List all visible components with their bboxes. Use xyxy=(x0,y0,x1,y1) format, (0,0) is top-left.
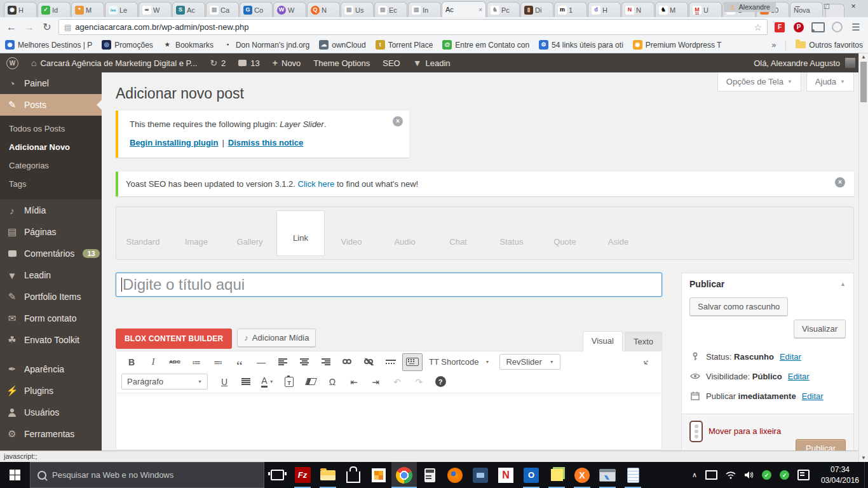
taskbar-app-store[interactable] xyxy=(341,462,366,488)
page-scrollbar[interactable]: ▲ ▼ xyxy=(858,53,868,462)
bookmark-item[interactable]: ★Bookmarks xyxy=(163,40,214,50)
screen-options-button[interactable]: Opções de Tela ▼ xyxy=(717,72,801,92)
align-right-button[interactable] xyxy=(316,353,336,371)
browser-tab[interactable]: ◉H xyxy=(4,2,37,17)
browser-tab[interactable]: ♞M xyxy=(655,2,688,17)
sidebar-item-leadin[interactable]: ▼Leadin xyxy=(0,264,102,286)
tray-sync-ok-2-icon[interactable]: ✓ xyxy=(780,470,789,480)
save-draft-button[interactable]: Salvar como rascunho xyxy=(689,297,788,316)
wp-logo-menu[interactable]: W xyxy=(0,53,25,72)
scroll-up-icon[interactable]: ▲ xyxy=(859,54,868,60)
taskbar-app-remote-desktop[interactable] xyxy=(468,462,493,488)
submenu-item[interactable]: Adicionar Novo xyxy=(0,138,102,156)
publish-panel-header[interactable]: Publicar ▲ xyxy=(682,273,853,295)
help-button[interactable]: Ajuda ▼ xyxy=(806,72,854,92)
taskbar-search[interactable]: Pesquisar na Web e no Windows xyxy=(30,462,264,488)
more-button[interactable] xyxy=(381,353,401,371)
browser-tab[interactable]: WW xyxy=(273,2,306,17)
strikethrough-button[interactable]: ABC xyxy=(165,353,185,371)
close-window-button[interactable]: × xyxy=(844,1,863,11)
taskbar-app-sticky-notes[interactable] xyxy=(544,462,569,488)
undo-button[interactable]: ↶ xyxy=(387,373,407,391)
tray-action-center-icon[interactable] xyxy=(797,470,810,480)
toolbar-toggle-button[interactable] xyxy=(402,353,423,371)
pinterest-extension-icon[interactable]: P xyxy=(792,22,806,32)
browser-tab[interactable]: ▮Di xyxy=(520,2,553,17)
taskbar-app-resource-monitor[interactable] xyxy=(595,462,620,488)
justify-button[interactable] xyxy=(236,373,256,391)
taskbar-clock[interactable]: 07:34 03/04/2016 xyxy=(816,462,864,488)
post-title-input[interactable] xyxy=(116,273,662,297)
browser-tab[interactable]: ♞Pc xyxy=(487,2,520,17)
numbered-list-button[interactable]: ≕ xyxy=(208,353,228,371)
updates-menu[interactable]: ↻ 2 xyxy=(203,53,232,72)
minimize-button[interactable]: – xyxy=(788,1,807,11)
paragraph-dropdown[interactable]: Parágrafo▼ xyxy=(121,374,208,390)
fullscreen-button[interactable]: ↔↕ xyxy=(636,353,656,371)
start-button[interactable] xyxy=(0,462,30,488)
text-color-button[interactable]: A▼ xyxy=(257,373,278,391)
bookmark-item[interactable]: ▪Don Norman's jnd.org xyxy=(223,40,309,50)
dismiss-notice-icon[interactable]: × xyxy=(835,177,845,187)
sidebar-item-envato[interactable]: ☘Envato Toolkit xyxy=(0,329,102,351)
format-tab-link[interactable]: Link xyxy=(276,210,325,256)
address-bar[interactable]: ▤ agenciacarcara.com.br/wp-admin/post-ne… xyxy=(58,19,768,35)
submenu-item[interactable]: Categorias xyxy=(0,156,102,175)
sidebar-item-portfolio[interactable]: ✎Portfolio Items xyxy=(0,286,102,308)
format-tab-image[interactable]: Image xyxy=(170,207,223,259)
collapse-toggle-icon[interactable]: ▲ xyxy=(840,281,846,287)
edit-link[interactable]: Editar xyxy=(780,352,801,362)
comments-menu[interactable]: 13 xyxy=(232,53,266,72)
preview-button[interactable]: Visualizar xyxy=(794,320,846,338)
format-tab-aside[interactable]: Aside xyxy=(592,207,645,259)
browser-tab[interactable]: *M xyxy=(71,2,104,17)
revslider-dropdown[interactable]: RevSlider▼ xyxy=(499,354,560,370)
maximize-button[interactable]: □ xyxy=(817,1,836,11)
new-content-menu[interactable]: + Novo xyxy=(266,53,308,72)
yoast-click-here-link[interactable]: Click here xyxy=(298,179,335,189)
sidebar-item-midia[interactable]: ♪Mídia xyxy=(0,200,102,221)
leadin-menu[interactable]: ▼ Leadin xyxy=(407,53,457,72)
bookmark-item[interactable]: ◉Melhores Destinos | P xyxy=(5,40,92,50)
format-tab-video[interactable]: Video xyxy=(325,207,378,259)
outdent-button[interactable]: ⇤ xyxy=(344,373,364,391)
sidebar-item-painel[interactable]: ◔Painel xyxy=(0,72,102,94)
redo-button[interactable]: ↷ xyxy=(409,373,429,391)
tab-close-icon[interactable]: × xyxy=(478,6,482,13)
unlink-button[interactable] xyxy=(359,353,379,371)
help-button[interactable]: ? xyxy=(430,373,451,391)
bookmark-item[interactable]: ◉Premium Wordpress T xyxy=(633,40,722,50)
tab-visual[interactable]: Visual xyxy=(583,331,623,351)
taskbar-app-outlook[interactable]: O xyxy=(519,462,544,488)
other-favorites-folder[interactable]: Outros favoritos xyxy=(796,41,863,50)
taskbar-app-photos[interactable] xyxy=(366,462,391,488)
link-button[interactable] xyxy=(337,353,358,371)
browser-tab[interactable]: m1 xyxy=(554,2,587,17)
browser-tab[interactable]: NN xyxy=(621,2,654,17)
url-text[interactable]: agenciacarcara.com.br/wp-admin/post-new.… xyxy=(75,22,750,32)
site-menu[interactable]: ⌂ Carcará Agência de Marketing Digital e… xyxy=(25,53,203,72)
underline-button[interactable]: U xyxy=(214,373,234,391)
move-to-trash-link[interactable]: Mover para a lixeira xyxy=(709,426,781,436)
paste-text-button[interactable]: T xyxy=(279,373,299,391)
format-tab-standard[interactable]: Standard xyxy=(116,207,170,259)
scrollbar-thumb[interactable] xyxy=(860,62,867,102)
format-tab-audio[interactable]: Audio xyxy=(378,207,431,259)
bookmark-item[interactable]: ☁ownCloud xyxy=(319,40,365,50)
edit-link[interactable]: Editar xyxy=(788,372,810,381)
bold-button[interactable]: B xyxy=(121,353,142,371)
bookmark-star-icon[interactable]: ☆ xyxy=(754,22,762,32)
browser-tab[interactable]: ✓Id xyxy=(37,2,71,17)
profile-badge[interactable]: ⚠ Alexandre xyxy=(724,2,776,12)
reload-button[interactable]: ↻ xyxy=(41,21,53,33)
blox-content-builder-button[interactable]: BLOX CONTENT BUILDER xyxy=(116,329,232,349)
format-tab-chat[interactable]: Chat xyxy=(431,207,485,259)
clear-format-button[interactable] xyxy=(301,373,321,391)
format-tab-gallery[interactable]: Gallery xyxy=(223,207,276,259)
taskbar-app-filezilla[interactable]: Fz xyxy=(290,462,315,488)
browser-tab[interactable]: QN xyxy=(307,2,340,17)
extension-circle-icon[interactable] xyxy=(830,22,844,32)
seo-menu[interactable]: SEO xyxy=(376,53,406,72)
bookmark-item[interactable]: @Entre em Contato con xyxy=(442,40,529,50)
align-left-button[interactable] xyxy=(273,353,293,371)
